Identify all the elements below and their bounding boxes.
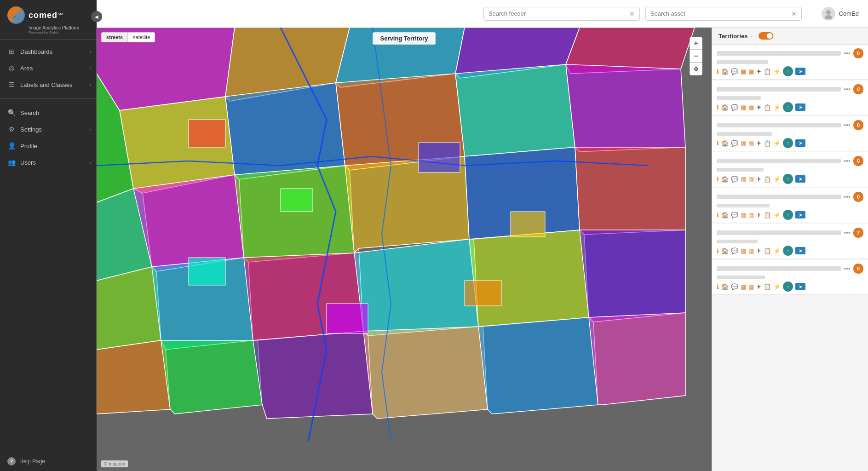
plane-icon[interactable]: ✈ [756,176,761,183]
search-asset-input[interactable] [650,10,788,17]
upload-button[interactable]: ↑ [783,138,793,148]
home-icon[interactable]: 🏠 [721,104,729,111]
tower-icon[interactable]: ⚡ [773,68,781,75]
grid2-icon[interactable]: ▦ [748,176,754,183]
territory-menu-dots[interactable]: ••• [844,265,851,272]
info-icon[interactable]: ℹ [717,247,719,254]
doc-icon[interactable]: 📋 [764,104,771,111]
home-icon[interactable]: 🏠 [721,283,729,290]
upload-button[interactable]: ↑ [783,66,793,76]
upload-button[interactable]: ↑ [783,210,793,220]
doc-icon[interactable]: 📋 [764,176,771,183]
comment-icon[interactable]: 💬 [731,140,738,147]
grid2-icon[interactable]: ▦ [748,212,754,218]
grid2-icon[interactable]: ▦ [748,104,754,111]
plane-icon[interactable]: ✈ [756,104,761,111]
grid-icon[interactable]: ▦ [741,140,746,147]
navigate-button[interactable]: ➤ [795,247,805,254]
info-icon[interactable]: ℹ [717,140,719,147]
info-icon[interactable]: ℹ [717,68,719,75]
info-icon[interactable]: ℹ [717,176,719,183]
territory-menu-dots[interactable]: ••• [844,86,851,93]
info-icon[interactable]: ℹ [717,283,719,290]
tower-icon[interactable]: ⚡ [773,176,781,183]
upload-button[interactable]: ↑ [783,102,793,112]
home-icon[interactable]: 🏠 [721,176,729,183]
home-icon[interactable]: 🏠 [721,68,729,75]
doc-icon[interactable]: 📋 [764,247,771,254]
tower-icon[interactable]: ⚡ [773,247,781,254]
comment-icon[interactable]: 💬 [731,176,738,183]
grid-icon[interactable]: ▦ [741,176,746,183]
home-icon[interactable]: 🏠 [721,212,729,218]
doc-icon[interactable]: 📋 [764,68,771,75]
navigate-button[interactable]: ➤ [795,283,805,290]
tower-icon[interactable]: ⚡ [773,212,781,218]
comment-icon[interactable]: 💬 [731,212,738,218]
comment-icon[interactable]: 💬 [731,283,738,290]
plane-icon[interactable]: ✈ [756,283,761,290]
sidebar-item-search[interactable]: 🔍 Search [0,104,97,121]
sidebar-item-dashboards[interactable]: ⊞ Dashboards › [0,43,97,60]
sidebar-item-users[interactable]: 👥 Users › [0,154,97,171]
plane-icon[interactable]: ✈ [756,140,761,147]
territories-toggle[interactable] [759,32,773,40]
upload-button[interactable]: ↑ [783,174,793,184]
svg-marker-23 [575,147,685,235]
territory-menu-dots[interactable]: ••• [844,157,851,165]
sidebar-item-profile[interactable]: 👤 Profile [0,138,97,154]
territory-menu-dots[interactable]: ••• [844,193,851,201]
grid-icon[interactable]: ▦ [741,247,746,254]
grid-icon[interactable]: ▦ [741,212,746,218]
sidebar-collapse-button[interactable]: ◀ [91,11,102,22]
home-icon[interactable]: 🏠 [721,247,729,254]
clear-feeder-button[interactable]: ✕ [629,10,635,17]
navigate-button[interactable]: ➤ [795,103,805,111]
navigate-button[interactable]: ➤ [795,211,805,218]
grid-icon[interactable]: ▦ [741,283,746,290]
plane-icon[interactable]: ✈ [756,212,761,218]
map-reset-button[interactable]: ⊕ [690,63,702,75]
clear-asset-button[interactable]: ✕ [791,10,797,17]
doc-icon[interactable]: 📋 [764,212,771,218]
plane-icon[interactable]: ✈ [756,68,761,75]
profile-icon: 👤 [7,142,16,149]
grid-icon[interactable]: ▦ [741,104,746,111]
tower-icon[interactable]: ⚡ [773,104,781,111]
territory-menu-dots[interactable]: ••• [844,121,851,129]
sidebar-item-area[interactable]: ◎ Area › [0,60,97,76]
grid2-icon[interactable]: ▦ [748,68,754,75]
territory-menu-dots[interactable]: ••• [844,50,851,57]
grid-icon[interactable]: ▦ [741,68,746,75]
grid2-icon[interactable]: ▦ [748,140,754,147]
upload-button[interactable]: ↑ [783,246,793,256]
help-page-link[interactable]: ? Help Page [0,452,97,471]
sidebar-item-labels[interactable]: ☰ Labels and Classes › [0,76,97,93]
doc-icon[interactable]: 📋 [764,283,771,290]
plane-icon[interactable]: ✈ [756,247,761,254]
satellite-button[interactable]: satellite [128,32,155,42]
territory-menu-dots[interactable]: ••• [844,229,851,236]
comment-icon[interactable]: 💬 [731,104,738,111]
streets-button[interactable]: streets [101,32,128,42]
map-canvas[interactable]: streets satellite Serving Territory + − … [97,28,712,471]
home-icon[interactable]: 🏠 [721,140,729,147]
territory-item: ••• 0 ℹ 🏠 💬 ▦ ▦ ✈ 📋 ⚡ ↑ ➤ [712,260,868,295]
sidebar-item-settings[interactable]: ⚙ Settings › [0,121,97,138]
grid2-icon[interactable]: ▦ [748,247,754,254]
navigate-button[interactable]: ➤ [795,175,805,183]
tower-icon[interactable]: ⚡ [773,140,781,147]
navigate-button[interactable]: ➤ [795,139,805,147]
search-feeder-input[interactable] [489,10,627,17]
navigate-button[interactable]: ➤ [795,68,805,75]
zoom-out-button[interactable]: − [690,50,702,63]
info-icon[interactable]: ℹ [717,212,719,218]
tower-icon[interactable]: ⚡ [773,283,781,290]
upload-button[interactable]: ↑ [783,281,793,292]
grid2-icon[interactable]: ▦ [748,283,754,290]
comment-icon[interactable]: 💬 [731,68,738,75]
doc-icon[interactable]: 📋 [764,140,771,147]
info-icon[interactable]: ℹ [717,104,719,111]
comment-icon[interactable]: 💬 [731,247,738,254]
zoom-in-button[interactable]: + [690,37,702,50]
